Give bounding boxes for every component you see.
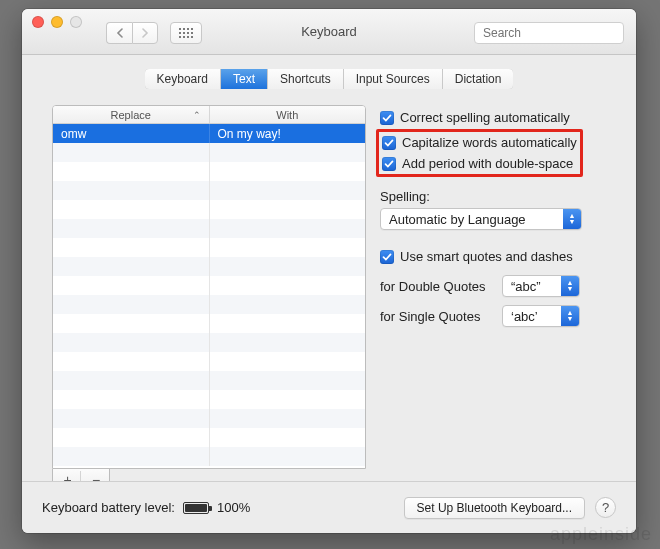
updown-icon: ▲▼ [561,276,579,296]
column-with[interactable]: With [210,106,366,123]
chevron-right-icon [141,28,149,38]
tab-shortcuts[interactable]: Shortcuts [268,69,344,89]
bluetooth-keyboard-button[interactable]: Set Up Bluetooth Keyboard... [404,497,585,519]
battery-percent: 100% [217,500,250,515]
replacements-panel: Replace ⌃ With omw On my way! [52,105,366,491]
checkmark-icon [382,136,396,150]
tab-input-sources[interactable]: Input Sources [344,69,443,89]
zoom-button[interactable] [70,16,82,28]
search-input[interactable] [481,25,635,41]
spelling-label: Spelling: [380,189,616,204]
titlebar: Keyboard [22,9,636,55]
add-period-checkbox[interactable]: Add period with double-space [382,153,577,174]
search-field[interactable] [474,22,624,44]
footer: Keyboard battery level: 100% Set Up Blue… [22,481,636,533]
battery-icon [183,502,209,514]
updown-icon: ▲▼ [563,209,581,229]
single-quotes-select[interactable]: ‘abc’ ▲▼ [502,305,580,327]
correct-spelling-checkbox[interactable]: Correct spelling automatically [380,107,616,128]
checkmark-icon [382,157,396,171]
cell-replace: omw [53,124,210,143]
smart-quotes-checkbox[interactable]: Use smart quotes and dashes [380,246,616,267]
help-button[interactable]: ? [595,497,616,518]
preferences-window: Keyboard Keyboard Text Shortcuts Input S… [22,9,636,533]
checkmark-icon [380,111,394,125]
checkmark-icon [380,250,394,264]
tabs: Keyboard Text Shortcuts Input Sources Di… [22,69,636,89]
sort-indicator-icon: ⌃ [193,110,201,120]
close-button[interactable] [32,16,44,28]
column-replace[interactable]: Replace ⌃ [53,106,210,123]
options-panel: Correct spelling automatically Capitaliz… [380,105,616,491]
replacements-table[interactable]: Replace ⌃ With omw On my way! [52,105,366,469]
back-button[interactable] [106,22,132,44]
highlight-box: Capitalize words automatically Add perio… [376,129,583,177]
minimize-button[interactable] [51,16,63,28]
show-all-button[interactable] [170,22,202,44]
updown-icon: ▲▼ [561,306,579,326]
double-quotes-label: for Double Quotes [380,279,492,294]
battery-label: Keyboard battery level: [42,500,175,515]
single-quotes-label: for Single Quotes [380,309,492,324]
cell-with: On my way! [210,124,366,143]
chevron-left-icon [116,28,124,38]
double-quotes-select[interactable]: “abc” ▲▼ [502,275,580,297]
capitalize-checkbox[interactable]: Capitalize words automatically [382,132,577,153]
tab-text[interactable]: Text [221,69,268,89]
tab-dictation[interactable]: Dictation [443,69,514,89]
forward-button[interactable] [132,22,158,44]
grid-icon [179,28,193,38]
table-row[interactable]: omw On my way! [53,124,365,143]
tab-keyboard[interactable]: Keyboard [145,69,221,89]
spelling-select[interactable]: Automatic by Language ▲▼ [380,208,582,230]
